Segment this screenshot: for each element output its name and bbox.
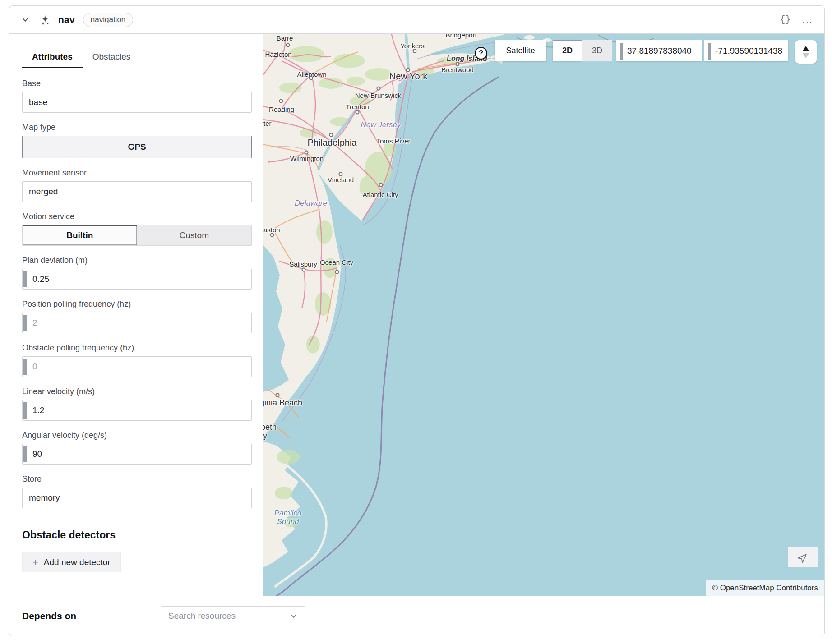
step-down-icon[interactable] bbox=[802, 53, 809, 58]
field-store: Store bbox=[22, 474, 252, 508]
motion-service-custom-option[interactable]: Custom bbox=[137, 225, 252, 245]
linear-velocity-label: Linear velocity (m/s) bbox=[22, 387, 252, 396]
field-movement-sensor: Movement sensor bbox=[22, 168, 252, 202]
json-mode-button[interactable]: {} bbox=[780, 14, 790, 25]
field-map-type: Map type GPS bbox=[22, 123, 252, 158]
motion-service-builtin-option[interactable]: Builtin bbox=[23, 225, 137, 245]
map-attribution: © OpenStreetMap Contributors bbox=[706, 580, 824, 596]
navigation-map[interactable]: BarreHazletonAllentownYonkersBridgeportL… bbox=[263, 34, 824, 596]
tab-attributes[interactable]: Attributes bbox=[22, 52, 83, 68]
movement-sensor-input[interactable] bbox=[22, 181, 252, 202]
base-label: Base bbox=[22, 79, 252, 88]
navigation-arrow-icon bbox=[798, 552, 809, 563]
tab-obstacles[interactable]: Obstacles bbox=[83, 52, 140, 68]
field-motion-service: Motion service Builtin Custom bbox=[22, 212, 252, 246]
movement-sensor-label: Movement sensor bbox=[22, 168, 252, 178]
collapse-chevron-icon[interactable] bbox=[21, 16, 29, 24]
plan-deviation-input[interactable] bbox=[22, 269, 252, 290]
field-base: Base bbox=[22, 79, 252, 113]
mode-2d-button[interactable]: 2D bbox=[553, 40, 582, 61]
obstacle-detectors-heading: Obstacle detectors bbox=[22, 529, 261, 541]
depends-on-bar: Depends on Search resources bbox=[9, 596, 824, 636]
obstacle-polling-input[interactable] bbox=[22, 356, 252, 377]
longitude-field bbox=[704, 40, 788, 61]
obstacle-polling-label: Obstacle polling frequency (hz) bbox=[22, 343, 252, 353]
step-up-icon[interactable] bbox=[802, 46, 809, 51]
angular-velocity-input[interactable] bbox=[22, 444, 252, 465]
longitude-input[interactable] bbox=[704, 40, 788, 61]
store-label: Store bbox=[22, 474, 252, 484]
field-obstacle-polling: Obstacle polling frequency (hz) bbox=[22, 343, 252, 377]
overflow-menu-button[interactable]: ... bbox=[802, 18, 813, 22]
help-icon[interactable]: ? bbox=[475, 47, 487, 60]
resource-type-badge: navigation bbox=[83, 13, 134, 27]
field-angular-velocity: Angular velocity (deg/s) bbox=[22, 431, 252, 465]
position-polling-label: Position polling frequency (hz) bbox=[22, 299, 252, 309]
field-plan-deviation: Plan deviation (m) bbox=[22, 256, 252, 290]
latitude-input[interactable] bbox=[616, 40, 702, 61]
mode-3d-button[interactable]: 3D bbox=[582, 40, 612, 61]
base-input[interactable] bbox=[22, 92, 252, 113]
service-sparkle-icon bbox=[39, 14, 51, 26]
select-placeholder: Search resources bbox=[168, 611, 236, 621]
motion-service-label: Motion service bbox=[22, 212, 252, 221]
latitude-field bbox=[616, 40, 702, 61]
map-geography bbox=[263, 34, 824, 596]
map-type-gps-button[interactable]: GPS bbox=[22, 136, 252, 158]
add-new-detector-button[interactable]: + Add new detector bbox=[22, 552, 121, 572]
chevron-down-icon bbox=[290, 612, 297, 620]
plus-icon: + bbox=[32, 557, 38, 567]
plan-deviation-label: Plan deviation (m) bbox=[22, 256, 252, 265]
resource-name: nav bbox=[58, 14, 75, 25]
depends-on-select[interactable]: Search resources bbox=[161, 606, 305, 626]
panel-tabs: Attributes Obstacles bbox=[22, 52, 140, 68]
map-type-label: Map type bbox=[22, 123, 252, 132]
satellite-toggle-button[interactable]: Satellite bbox=[495, 40, 546, 61]
locate-button[interactable] bbox=[788, 547, 818, 567]
resource-card: nav navigation {} ... Attributes Obstacl… bbox=[9, 5, 825, 636]
field-position-polling: Position polling frequency (hz) bbox=[22, 299, 252, 333]
field-linear-velocity: Linear velocity (m/s) bbox=[22, 387, 252, 421]
position-polling-input[interactable] bbox=[22, 313, 252, 333]
linear-velocity-input[interactable] bbox=[22, 400, 252, 421]
card-header: nav navigation {} ... bbox=[9, 6, 824, 34]
config-panel: Attributes Obstacles Base Map type GPS M… bbox=[9, 34, 263, 596]
store-input[interactable] bbox=[22, 488, 252, 508]
motion-service-toggle: Builtin Custom bbox=[22, 225, 252, 246]
add-new-detector-label: Add new detector bbox=[44, 557, 111, 567]
angular-velocity-label: Angular velocity (deg/s) bbox=[22, 431, 252, 440]
zoom-stepper[interactable] bbox=[795, 40, 817, 64]
depends-on-label: Depends on bbox=[22, 611, 76, 621]
